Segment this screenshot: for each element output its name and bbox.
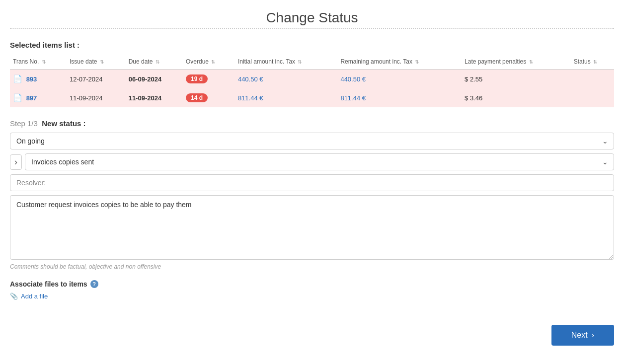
cell-issue-2: 11-09-2024	[67, 88, 126, 107]
overdue-badge-2: 14 d	[186, 93, 208, 102]
cell-overdue-2: 14 d	[183, 88, 235, 107]
col-due-date: Due date ⇅	[126, 54, 183, 70]
associate-files-section: Associate files to items ? 📎 Add a file	[10, 280, 614, 300]
cell-trans-1: 📄 893	[10, 70, 67, 89]
pdf-icon-2: 📄	[13, 93, 22, 102]
overdue-badge-1: 19 d	[186, 74, 208, 83]
trans-link-2[interactable]: 897	[26, 94, 37, 102]
col-status: Status ⇅	[571, 54, 614, 70]
step-label: Step 1/3 New status :	[10, 119, 614, 128]
status-select-container: On going Paid Cancelled ⌄	[10, 133, 614, 149]
col-late-payment: Late payment penalties ⇅	[462, 54, 571, 70]
comment-hint: Comments should be factual, objective an…	[10, 263, 614, 270]
cell-overdue-1: 19 d	[183, 70, 235, 89]
resolver-input[interactable]	[10, 174, 614, 191]
cell-initial-2: 811.44 €	[235, 88, 338, 107]
cell-remaining-1: 440.50 €	[337, 70, 462, 89]
table-row: 📄 897 11-09-2024 11-09-2024 14 d 811.44 …	[10, 88, 614, 107]
step-number: Step 1/3	[10, 119, 38, 128]
paperclip-icon: 📎	[10, 292, 18, 300]
expand-substatus-button[interactable]: ›	[10, 154, 22, 170]
col-remaining-amount: Remaining amount inc. Tax ⇅	[337, 54, 462, 70]
trans-link-1[interactable]: 893	[26, 75, 37, 83]
substatus-select-container: Invoices copies sent Other ⌄	[25, 153, 614, 170]
cell-issue-1: 12-07-2024	[67, 70, 126, 89]
cell-late-2: $ 3.46	[462, 88, 571, 107]
step-title: New status :	[40, 119, 86, 128]
sort-icon-remaining: ⇅	[415, 59, 419, 65]
cell-due-2: 11-09-2024	[126, 88, 183, 107]
cell-late-1: $ 2.55	[462, 70, 571, 89]
bottom-bar: Next ›	[10, 320, 614, 346]
col-overdue: Overdue ⇅	[183, 54, 235, 70]
substatus-select[interactable]: Invoices copies sent Other	[25, 153, 614, 170]
selected-items-label: Selected items list :	[10, 41, 614, 49]
next-arrow-icon: ›	[592, 331, 594, 340]
status-select[interactable]: On going Paid Cancelled	[10, 133, 614, 149]
sort-icon-initial: ⇅	[298, 59, 302, 65]
comment-textarea[interactable]: Customer request invoices copies to be a…	[10, 195, 614, 260]
col-initial-amount: Initial amount inc. Tax ⇅	[235, 54, 338, 70]
sort-icon-status: ⇅	[593, 59, 597, 65]
associate-label: Associate files to items ?	[10, 280, 614, 288]
cell-status-1	[571, 70, 614, 89]
sort-icon-due: ⇅	[156, 59, 159, 65]
cell-status-2	[571, 88, 614, 107]
sort-icon-late: ⇅	[529, 59, 533, 65]
table-row: 📄 893 12-07-2024 06-09-2024 19 d 440.50 …	[10, 70, 614, 89]
next-button[interactable]: Next ›	[551, 325, 614, 346]
cell-remaining-2: 811.44 €	[337, 88, 462, 107]
substatus-row: › Invoices copies sent Other ⌄	[10, 153, 614, 170]
add-file-button[interactable]: 📎 Add a file	[10, 292, 48, 300]
col-issue-date: Issue date ⇅	[67, 54, 126, 70]
help-icon[interactable]: ?	[90, 280, 98, 288]
step-section: Step 1/3 New status : On going Paid Canc…	[10, 119, 614, 270]
pdf-icon-1: 📄	[13, 74, 22, 83]
cell-due-1: 06-09-2024	[126, 70, 183, 89]
next-label: Next	[571, 331, 588, 340]
cell-initial-1: 440.50 €	[235, 70, 338, 89]
sort-icon-overdue: ⇅	[211, 59, 215, 65]
page-title: Change Status	[10, 5, 614, 29]
cell-trans-2: 📄 897	[10, 88, 67, 107]
sort-icon-trans: ⇅	[42, 59, 46, 65]
col-trans-no: Trans No. ⇅	[10, 54, 67, 70]
sort-icon-issue: ⇅	[100, 59, 104, 65]
selected-items-table: Trans No. ⇅ Issue date ⇅ Due date ⇅ Over…	[10, 54, 614, 107]
